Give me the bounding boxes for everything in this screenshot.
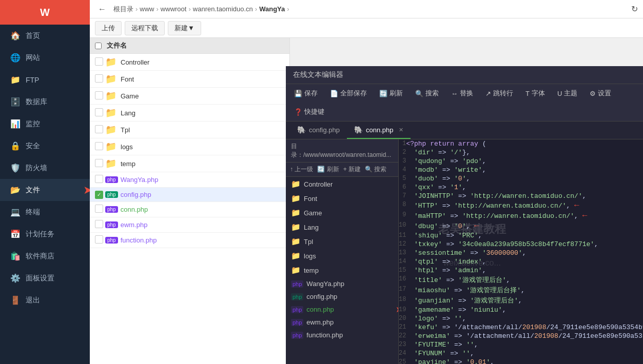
- row-checkbox[interactable]: [95, 125, 103, 133]
- list-item[interactable]: ✓ php config.php: [90, 188, 289, 202]
- row-checkbox[interactable]: [95, 91, 103, 99]
- row-checkbox[interactable]: [95, 142, 103, 150]
- tree-item-conn[interactable]: php conn.php ➤: [286, 303, 398, 316]
- tree-item-ewm[interactable]: php ewm.php: [286, 316, 398, 329]
- tree-item-label: WangYa.php: [306, 280, 344, 288]
- editor-toolbar: 💾 保存 📄 全部保存 🔄 刷新 🔍 搜索 ↔ 替换: [286, 84, 643, 122]
- tab-close-button[interactable]: ✕: [399, 127, 403, 133]
- new-item-button[interactable]: 新建▼: [168, 21, 201, 35]
- save-tool-button[interactable]: 💾 保存: [291, 87, 321, 99]
- sidebar-item-appstore[interactable]: 🛍️ 软件商店: [0, 245, 90, 267]
- sidebar-item-ftp[interactable]: 📁 FTP: [0, 69, 90, 91]
- code-area[interactable]: 老吴搭建教程 weixiaolive.co... 1<?php return a…: [399, 139, 643, 364]
- list-item[interactable]: php function.php: [90, 233, 289, 248]
- search-tool-button[interactable]: 🔍 搜索: [412, 87, 442, 99]
- tree-folder-icon: 📁: [291, 223, 301, 232]
- replace-tool-button[interactable]: ↔ 替换: [448, 87, 476, 99]
- tree-item-wangya[interactable]: php WangYa.php: [286, 277, 398, 290]
- tree-item-config[interactable]: php config.php: [286, 290, 398, 303]
- tree-item-temp[interactable]: 📁 temp: [286, 263, 398, 277]
- refresh-button[interactable]: ↻: [631, 4, 638, 14]
- sidebar-item-label: 面板设置: [26, 274, 54, 283]
- list-item[interactable]: 📁 logs: [90, 138, 289, 155]
- sidebar-item-website[interactable]: 🌐 网站: [0, 47, 90, 69]
- website-icon: 🌐: [10, 53, 21, 63]
- tab-conn-php[interactable]: 🐘 conn.php ✕: [347, 122, 411, 139]
- sidebar-item-settings[interactable]: ⚙️ 面板设置: [0, 267, 90, 289]
- list-item[interactable]: 📁 Controller: [90, 54, 289, 71]
- shortcuts-icon: ❓: [294, 108, 302, 116]
- table-row: 12 'txkey' => '34c0ea0a239a958b53c8b4f7e…: [399, 240, 643, 249]
- sidebar-item-crontab[interactable]: 📅 计划任务: [0, 223, 90, 245]
- list-item[interactable]: 📁 Tpl: [90, 122, 289, 138]
- refresh-tool-button[interactable]: 🔄 刷新: [376, 87, 406, 99]
- row-checkbox[interactable]: [95, 175, 103, 183]
- sidebar-item-security[interactable]: 🔒 安全: [0, 135, 90, 157]
- row-checkbox[interactable]: [95, 220, 103, 228]
- sidebar-item-home[interactable]: 🏠 首页: [0, 25, 90, 47]
- remote-download-button[interactable]: 远程下载: [125, 21, 165, 35]
- tree-item-lang[interactable]: 📁 Lang: [286, 220, 398, 234]
- table-row: 23 'FYUTIME' => '',: [399, 340, 643, 349]
- row-checkbox[interactable]: ✓: [95, 191, 103, 199]
- theme-tool-button[interactable]: U 主题: [554, 87, 580, 99]
- tree-item-controller[interactable]: 📁 Controller: [286, 177, 398, 191]
- up-dir-button[interactable]: ↑ 上一级: [290, 165, 313, 174]
- tab-label-active: conn.php: [366, 126, 394, 134]
- tree-php-icon-green: php: [291, 293, 303, 300]
- row-checkbox[interactable]: [95, 74, 103, 83]
- row-checkbox[interactable]: [95, 108, 103, 116]
- settings-tool-button[interactable]: ⚙ 设置: [587, 87, 614, 99]
- sidebar-item-firewall[interactable]: 🛡️ 防火墙: [0, 157, 90, 179]
- database-icon: 🗄️: [10, 97, 21, 107]
- sidebar-item-terminal[interactable]: 💻 终端: [0, 201, 90, 223]
- sidebar-item-logout[interactable]: 🚪 退出: [0, 289, 90, 311]
- files-icon: 📂: [10, 185, 21, 195]
- tree-item-game[interactable]: 📁 Game: [286, 206, 398, 220]
- tree-refresh-button[interactable]: 🔄 刷新: [317, 165, 339, 174]
- editor-title: 在线文本编辑器: [293, 70, 343, 78]
- list-item[interactable]: 📁 temp: [90, 155, 289, 172]
- php-badge: php: [105, 221, 118, 228]
- table-row: 9 'maHTTP' => 'http://wanren.taomiduo.cn…: [399, 211, 643, 221]
- replace-icon: ↔: [451, 90, 458, 97]
- tree-search-button[interactable]: 🔍 搜索: [365, 165, 386, 174]
- file-name: WangYa.php: [121, 176, 284, 184]
- row-checkbox[interactable]: [95, 235, 103, 244]
- sidebar-item-monitor[interactable]: 📊 监控: [0, 113, 90, 135]
- row-checkbox[interactable]: [95, 205, 103, 213]
- editor-title-bar: 在线文本编辑器: [286, 66, 643, 84]
- folder-icon: 📁: [105, 107, 121, 118]
- font-tool-button[interactable]: T 字体: [522, 87, 548, 99]
- row-checkbox[interactable]: [95, 159, 103, 167]
- goto-tool-button[interactable]: ↗ 跳转行: [482, 87, 516, 99]
- table-row: 14 'qtpl' => 'index',: [399, 257, 643, 266]
- list-item[interactable]: php WangYa.php: [90, 172, 289, 188]
- tree-item-font[interactable]: 📁 Font: [286, 191, 398, 206]
- sidebar-item-database[interactable]: 🗄️ 数据库: [0, 91, 90, 113]
- breadcrumb-wwwroot[interactable]: wwwroot: [161, 5, 187, 13]
- breadcrumb-www[interactable]: www: [140, 5, 154, 13]
- sidebar-item-files[interactable]: 📂 文件: [0, 179, 90, 201]
- tab-config-php[interactable]: 🐘 config.php: [290, 122, 347, 139]
- check-all-checkbox[interactable]: [95, 43, 102, 49]
- security-icon: 🔒: [10, 141, 21, 151]
- tree-item-tpl[interactable]: 📁 Tpl: [286, 234, 398, 249]
- tree-item-function[interactable]: php function.php: [286, 329, 398, 341]
- list-item[interactable]: 📁 Game: [90, 88, 289, 105]
- breadcrumb-domain[interactable]: wanren.taomiduo.cn: [193, 5, 253, 13]
- tree-folder-icon: 📁: [291, 237, 301, 246]
- upload-button[interactable]: 上传: [95, 21, 122, 35]
- row-checkbox[interactable]: [95, 57, 103, 66]
- tree-folder-icon: 📁: [291, 194, 301, 203]
- new-file-button[interactable]: + 新建: [343, 165, 361, 174]
- table-row: 13 'sessiontime' => '36000000',: [399, 249, 643, 257]
- shortcuts-tool-button[interactable]: ❓ 快捷键: [291, 106, 327, 118]
- list-item[interactable]: php conn.php ➤: [90, 202, 289, 217]
- back-button[interactable]: ←: [95, 4, 109, 15]
- list-item[interactable]: php ewm.php: [90, 217, 289, 233]
- list-item[interactable]: 📁 Font: [90, 71, 289, 88]
- tree-item-logs[interactable]: 📁 logs: [286, 249, 398, 263]
- save-all-tool-button[interactable]: 📄 全部保存: [327, 87, 370, 99]
- list-item[interactable]: 📁 Lang: [90, 105, 289, 122]
